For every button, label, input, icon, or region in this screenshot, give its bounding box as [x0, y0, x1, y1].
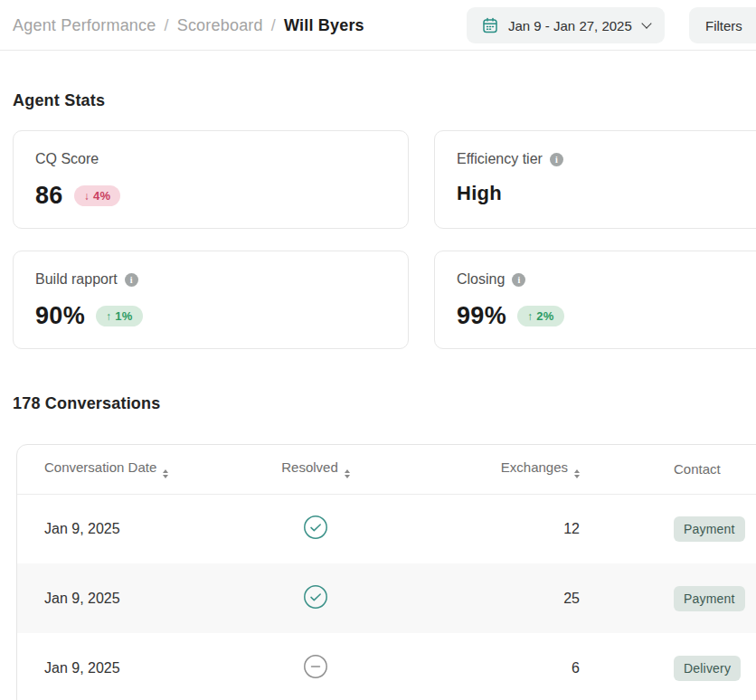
- exchanges-cell: 25: [406, 563, 580, 633]
- agent-stats-heading: Agent Stats: [13, 91, 756, 110]
- contact-reason-badge: Payment: [674, 586, 745, 611]
- sort-icon: [163, 469, 168, 478]
- exchanges-cell: 12: [406, 494, 580, 563]
- conversation-date-cell: Jan 9, 2025: [17, 494, 225, 563]
- trend-badge-up: ↑ 1%: [96, 306, 143, 326]
- chevron-down-icon: [641, 18, 651, 28]
- stat-card-label: CQ Score: [35, 151, 99, 167]
- breadcrumb: Agent Performance / Scoreboard / Will By…: [13, 0, 364, 51]
- column-header-conversation-date[interactable]: Conversation Date: [17, 445, 225, 494]
- breadcrumb-current-agent: Will Byers: [284, 16, 364, 35]
- stat-card-closing: Closing 99% ↑ 2%: [434, 251, 756, 349]
- trend-value: 2%: [536, 309, 553, 323]
- column-header-resolved[interactable]: Resolved: [225, 445, 406, 494]
- table-header-row: Conversation Date Resolved Exchanges Con…: [17, 445, 756, 494]
- stat-card-cq-score: CQ Score 86 ↓ 4%: [13, 130, 409, 229]
- stat-card-efficiency-tier: Efficiency tier High: [434, 130, 756, 229]
- stat-card-build-rapport: Build rapport 90% ↑ 1%: [13, 251, 409, 349]
- arrow-down-icon: ↓: [84, 190, 90, 203]
- breadcrumb-item-scoreboard[interactable]: Scoreboard: [177, 16, 263, 35]
- stat-card-value: 86: [35, 182, 63, 210]
- arrow-up-icon: ↑: [527, 310, 533, 323]
- column-label: Resolved: [281, 459, 338, 475]
- minus-circle-icon: [303, 654, 328, 679]
- column-header-exchanges[interactable]: Exchanges: [406, 445, 580, 494]
- breadcrumb-separator: /: [164, 16, 168, 35]
- table-row[interactable]: Jan 9, 2025 12 Payment: [17, 494, 756, 563]
- filters-label: Filters: [705, 18, 742, 33]
- check-circle-icon: [303, 515, 328, 540]
- date-range-label: Jan 9 - Jan 27, 2025: [508, 18, 632, 33]
- breadcrumb-item-agent-performance[interactable]: Agent Performance: [13, 16, 156, 35]
- column-label: Contact: [674, 461, 721, 477]
- stat-card-value: High: [457, 182, 502, 205]
- date-range-button[interactable]: Jan 9 - Jan 27, 2025: [467, 7, 665, 43]
- table-row[interactable]: Jan 9, 2025 6 Delivery: [17, 633, 756, 700]
- trend-value: 1%: [115, 309, 132, 323]
- trend-value: 4%: [93, 189, 110, 203]
- stat-card-label: Efficiency tier: [457, 151, 543, 167]
- conversation-date-cell: Jan 9, 2025: [17, 633, 225, 700]
- breadcrumb-separator: /: [271, 16, 276, 35]
- conversations-table: Conversation Date Resolved Exchanges Con…: [16, 444, 756, 700]
- contact-reason-badge: Delivery: [674, 656, 741, 681]
- check-circle-icon: [303, 584, 328, 610]
- sort-icon: [345, 469, 350, 478]
- stat-card-label: Closing: [457, 271, 505, 288]
- top-bar: Agent Performance / Scoreboard / Will By…: [0, 0, 756, 51]
- exchanges-cell: 6: [406, 633, 580, 700]
- arrow-up-icon: ↑: [106, 310, 111, 323]
- filters-button[interactable]: Filters: [689, 7, 756, 43]
- column-label: Conversation Date: [44, 459, 156, 475]
- stat-card-value: 99%: [457, 302, 506, 330]
- conversation-date-cell: Jan 9, 2025: [17, 563, 225, 633]
- column-label: Exchanges: [501, 459, 568, 475]
- column-header-contact[interactable]: Contact: [580, 445, 756, 494]
- calendar-icon: [481, 16, 499, 34]
- info-icon[interactable]: [512, 273, 525, 287]
- conversations-heading: 178 Conversations: [13, 394, 756, 413]
- trend-badge-down: ↓ 4%: [74, 185, 121, 206]
- sort-icon: [574, 469, 580, 478]
- table-row[interactable]: Jan 9, 2025 25 Payment: [17, 563, 756, 633]
- trend-badge-up: ↑ 2%: [517, 306, 564, 326]
- stat-cards: CQ Score 86 ↓ 4% Efficiency tier High Bu…: [13, 130, 756, 349]
- stat-card-value: 90%: [35, 302, 85, 330]
- info-icon[interactable]: [125, 273, 138, 287]
- stat-card-label: Build rapport: [35, 271, 118, 288]
- info-icon[interactable]: [550, 153, 563, 166]
- contact-reason-badge: Payment: [674, 516, 745, 542]
